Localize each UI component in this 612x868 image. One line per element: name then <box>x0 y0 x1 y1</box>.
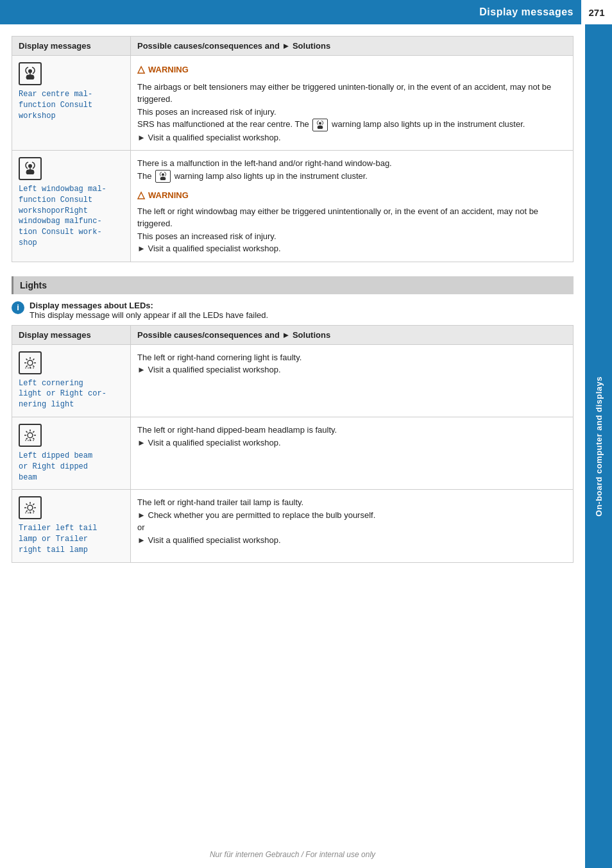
svg-line-34 <box>33 511 34 512</box>
content-text: This poses an increased risk of injury. <box>137 230 566 243</box>
content-text: SRS has malfunctioned at the rear centre… <box>137 118 566 131</box>
table-row: Rear centre mal-function Consultworkshop… <box>12 56 574 151</box>
lights-content-text: ► Check whether you are permitted to rep… <box>137 509 566 522</box>
lights-content-cell-2: The left or right-hand dipped-beam headl… <box>131 417 574 490</box>
content-text: The left or right windowbag may either b… <box>137 205 566 230</box>
warning-triangle-icon: △ <box>137 62 145 77</box>
airbag-icon-2 <box>19 157 42 180</box>
lights-display-label-2: Left dipped beamor Right dippedbeam <box>19 451 124 483</box>
right-sidebar: On-board computer and displays <box>585 24 612 868</box>
display-label-1: Rear centre mal-function Consultworkshop <box>19 89 124 121</box>
svg-point-4 <box>28 164 32 168</box>
display-label-2: Left windowbag mal-function Consultworks… <box>19 184 124 249</box>
display-msg-cell-2: Left windowbag mal-function Consultworks… <box>12 151 131 262</box>
info-text: Display messages about LEDs: This displa… <box>30 301 268 320</box>
warning-triangle-icon-2: △ <box>137 188 145 203</box>
lights-content-cell-1: The left or right-hand cornering light i… <box>131 344 574 417</box>
lights-display-cell-3: Trailer left taillamp or Trailerright ta… <box>12 490 131 562</box>
main-content: Display messages Possible causes/consequ… <box>0 24 585 868</box>
lights-content-text: The left or right-hand dipped-beam headl… <box>137 424 566 437</box>
table-row: Left windowbag mal-function Consultworks… <box>12 151 574 262</box>
table-row: Left corneringlight or Right cor-nering … <box>12 344 574 417</box>
svg-point-18 <box>28 433 33 438</box>
content-text: ► Visit a qualified specialist workshop. <box>137 242 566 255</box>
inline-airbag-icon <box>312 119 328 131</box>
svg-point-0 <box>28 69 32 73</box>
svg-line-26 <box>26 438 28 439</box>
svg-line-15 <box>33 358 34 360</box>
lights-display-table: Display messages Possible causes/consequ… <box>12 325 574 563</box>
top-display-table: Display messages Possible causes/consequ… <box>12 36 574 262</box>
sun-icon-2 <box>19 424 42 447</box>
lights-display-label-3: Trailer left taillamp or Trailerright ta… <box>19 523 124 555</box>
lights-content-text: ► Visit a qualified specialist workshop. <box>137 437 566 449</box>
top-table-col2-header: Possible causes/consequences and ► Solut… <box>131 37 574 56</box>
content-text: The airbags or belt tensioners may eithe… <box>137 81 566 106</box>
table-row: Left dipped beamor Right dippedbeam The … <box>12 417 574 490</box>
lights-content-text: The left or right-hand trailer tail lamp… <box>137 496 566 509</box>
page-number: 271 <box>581 0 612 24</box>
lights-content-text: ► Visit a qualified specialist workshop. <box>137 534 566 547</box>
warning-title-2: △ WARNING <box>137 188 566 203</box>
svg-point-6 <box>162 173 164 176</box>
warning-label: WARNING <box>148 63 189 76</box>
sun-icon-1 <box>19 351 42 374</box>
svg-line-36 <box>26 511 28 512</box>
lights-content-cell-3: The left or right-hand trailer tail lamp… <box>131 490 574 562</box>
table-row: Trailer left taillamp or Trailerright ta… <box>12 490 574 562</box>
lights-display-cell-1: Left corneringlight or Right cor-nering … <box>12 344 131 417</box>
top-table-col1-header: Display messages <box>12 37 131 56</box>
info-block: i Display messages about LEDs: This disp… <box>12 301 574 320</box>
warning-block: △ WARNING <box>137 62 566 77</box>
inline-airbag-icon-2 <box>155 170 171 183</box>
sun-icon-3 <box>19 496 42 519</box>
lights-display-label-1: Left corneringlight or Right cor-nering … <box>19 378 124 410</box>
lights-display-cell-2: Left dipped beamor Right dippedbeam <box>12 417 131 490</box>
lights-table-col2-header: Possible causes/consequences and ► Solut… <box>131 325 574 344</box>
svg-line-35 <box>33 504 34 505</box>
svg-line-23 <box>26 431 28 433</box>
svg-point-2 <box>319 122 321 124</box>
svg-line-13 <box>26 358 28 360</box>
warning-label-2: WARNING <box>148 189 189 202</box>
content-text: The warning lamp also lights up in the i… <box>137 170 566 183</box>
lights-table-col1-header: Display messages <box>12 325 131 344</box>
content-cell-2: There is a malfunction in the left-hand … <box>131 151 574 262</box>
svg-line-24 <box>33 438 34 439</box>
svg-line-25 <box>33 431 34 433</box>
footer: Nur für internen Gebrauch / For internal… <box>0 850 585 859</box>
info-subtext: This display message will only appear if… <box>30 310 268 320</box>
content-text: There is a malfunction in the left-hand … <box>137 157 566 170</box>
lights-content-text: or <box>137 521 566 534</box>
footer-text: Nur für internen Gebrauch / For internal… <box>210 850 375 859</box>
warning-title: △ WARNING <box>137 62 566 77</box>
content-text: This poses an increased risk of injury. <box>137 106 566 119</box>
header-title: Display messages <box>479 6 574 18</box>
svg-line-16 <box>26 365 28 367</box>
content-cell-1: △ WARNING The airbags or belt tensioners… <box>131 56 574 151</box>
info-text-bold: Display messages about LEDs: <box>30 301 153 310</box>
display-msg-cell: Rear centre mal-function Consultworkshop <box>12 56 131 151</box>
content-text: ► Visit a qualified specialist workshop. <box>137 131 566 144</box>
svg-point-8 <box>28 360 33 365</box>
sidebar-label: On-board computer and displays <box>594 376 604 517</box>
info-icon: i <box>12 301 24 314</box>
header-bar: Display messages <box>0 0 612 24</box>
svg-line-33 <box>26 504 28 505</box>
airbag-icon <box>19 62 42 85</box>
lights-section-heading: Lights <box>12 276 574 294</box>
svg-point-28 <box>28 505 33 510</box>
svg-line-14 <box>33 365 34 367</box>
lights-content-text: ► Visit a qualified specialist workshop. <box>137 363 566 376</box>
lights-content-text: The left or right-hand cornering light i… <box>137 351 566 364</box>
